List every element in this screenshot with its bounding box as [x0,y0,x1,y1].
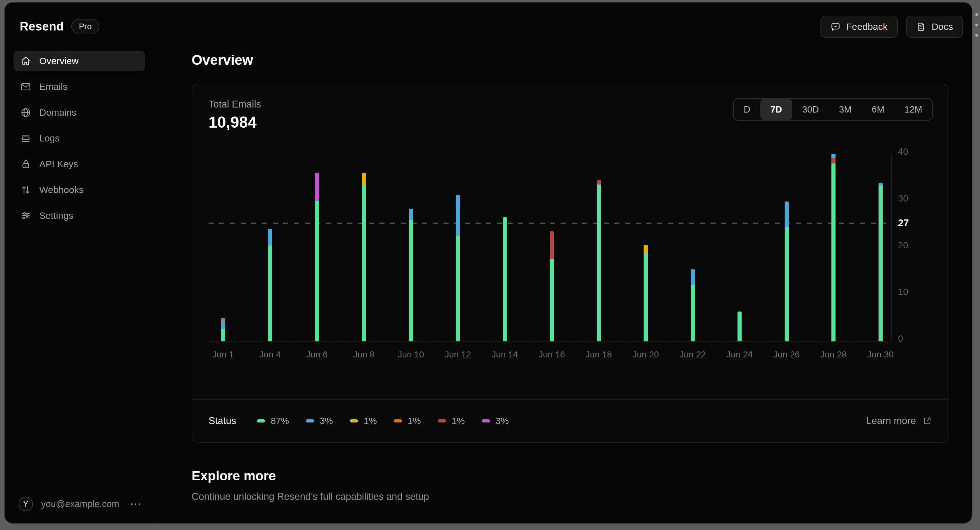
home-icon [21,56,31,66]
legend-item-magenta: 3% [482,416,509,426]
x-axis-label: Jun 28 [820,350,846,360]
sliders-icon [21,210,31,221]
sidebar-item-domains[interactable]: Domains [14,102,145,123]
x-axis-label: Jun 8 [353,350,375,360]
total-emails-card: Total Emails 10,984 D7D30D3M6M12M Status… [192,84,949,442]
sidebar-item-settings[interactable]: Settings [14,205,145,226]
bar-segment-green [362,185,366,342]
range-6m[interactable]: 6M [862,99,894,120]
avatar: Y [19,496,33,511]
docs-button[interactable]: Docs [906,16,963,38]
sidebar-item-api-keys[interactable]: API Keys [14,154,145,174]
lock-icon [21,159,31,169]
bar-segment-blue [691,270,695,286]
sidebar-item-label: API Keys [39,159,78,169]
external-link-icon [922,416,932,426]
legend-swatch-orange [394,419,402,423]
bar-segment-green [691,285,695,342]
sidebar-item-logs[interactable]: Logs [14,128,145,149]
sidebar: Resend Pro OverviewEmailsDomainsLogsAPI … [5,3,154,523]
learn-more-link[interactable]: Learn more [866,415,932,426]
legend-percent: 3% [496,416,509,426]
bar-jun-10 [409,209,413,342]
sidebar-item-label: Logs [39,133,60,144]
bar-jun-6 [315,173,319,342]
legend-item-yellow: 1% [350,416,377,426]
resend-logo: Resend [20,20,64,34]
bar-segment-orange [221,318,225,321]
bar-segment-red [550,231,554,259]
legend-swatch-green [257,419,265,423]
range-12m[interactable]: 12M [894,99,932,120]
status-legend: 87%3%1%1%1%3% [257,416,509,426]
marker-dashed-line [208,223,892,224]
sidebar-item-webhooks[interactable]: Webhooks [14,179,145,200]
x-axis-label: Jun 20 [632,350,659,360]
x-axis-label: Jun 10 [398,350,424,360]
legend-item-green: 87% [257,416,289,426]
bar-segment-green [550,259,554,342]
y-axis-label: 0 [898,334,903,344]
bar-segment-green [221,329,225,342]
legend-swatch-magenta [482,419,490,423]
explore-more-title: Explore more [192,468,276,484]
bar-segment-green [644,252,648,342]
user-row[interactable]: Y you@example.com ⋯ [19,496,142,511]
x-axis-label: Jun 22 [679,350,706,360]
x-axis-label: Jun 16 [538,350,565,360]
sidebar-nav: OverviewEmailsDomainsLogsAPI KeysWebhook… [5,51,154,226]
bar-segment-green [784,227,789,342]
mail-icon [21,81,31,92]
sidebar-item-label: Overview [39,56,78,66]
bar-segment-blue [456,195,460,236]
legend-swatch-blue [306,419,314,423]
user-menu-ellipsis-icon[interactable]: ⋯ [130,501,142,507]
bar-segment-blue [409,209,413,219]
x-axis-label: Jun 14 [492,350,518,360]
bar-jun-24 [738,311,741,342]
scrollbar[interactable] [975,13,978,37]
bar-segment-green [503,217,507,342]
bar-segment-red [597,180,601,185]
bar-segment-green [268,246,272,342]
feedback-button[interactable]: Feedback [821,16,898,38]
logo-row: Resend Pro [5,3,154,34]
sidebar-item-overview[interactable]: Overview [14,51,145,71]
bar-jun-28 [831,154,835,342]
explore-more-subtitle: Continue unlocking Resend’s full capabil… [192,491,429,502]
bar-segment-red [831,158,835,163]
range-7d[interactable]: 7D [760,99,792,120]
arrows-up-down-icon [21,185,31,195]
y-axis-label: 40 [898,147,908,157]
emails-bar-chart [208,154,892,342]
bar-segment-green [456,236,460,342]
page-title: Overview [192,52,253,68]
y-axis-label: 20 [898,240,908,250]
bar-segment-green [409,220,413,342]
sidebar-item-label: Webhooks [39,185,84,195]
x-axis-label: Jun 26 [773,350,800,360]
feedback-bubble-icon [830,22,840,32]
x-axis-label: Jun 4 [259,350,281,360]
document-icon [916,22,926,32]
legend-percent: 1% [364,416,377,426]
range-3m[interactable]: 3M [829,99,862,120]
legend-percent: 87% [271,416,289,426]
globe-icon [21,107,31,118]
x-axis-label: Jun 18 [585,350,612,360]
bar-segment-blue [878,183,883,185]
bar-segment-blue [221,321,225,329]
sidebar-item-emails[interactable]: Emails [14,77,145,97]
bar-jun-12 [456,195,460,342]
y-axis-label: 30 [898,193,908,203]
range-30d[interactable]: 30D [792,99,829,120]
range-d[interactable]: D [734,99,760,120]
bar-segment-yellow [362,173,366,185]
metric-label: Total Emails [208,99,261,110]
bar-jun-18 [597,180,601,342]
bar-jun-14 [503,217,507,342]
bar-jun-4 [268,229,272,342]
bar-segment-green [878,185,883,342]
bar-jun-20 [644,245,648,342]
legend-swatch-yellow [350,419,358,423]
